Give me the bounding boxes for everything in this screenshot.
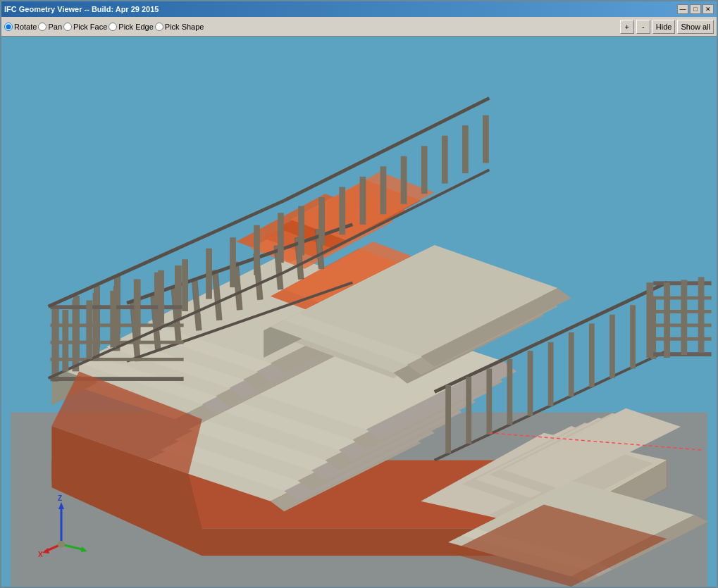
zoom-in-button[interactable]: + bbox=[620, 20, 634, 34]
close-button[interactable]: ✕ bbox=[702, 4, 714, 14]
toolbar-right: + - Hide Show all bbox=[620, 20, 714, 34]
pick-edge-label: Pick Edge bbox=[118, 23, 154, 31]
svg-marker-152 bbox=[81, 546, 87, 552]
toolbar: Rotate Pan Pick Face Pick Edge Pick Shap… bbox=[1, 17, 717, 37]
svg-marker-146 bbox=[58, 502, 64, 509]
pick-face-radio-label[interactable]: Pick Face bbox=[63, 23, 107, 31]
minimize-button[interactable]: — bbox=[677, 4, 688, 14]
window-controls: — □ ✕ bbox=[677, 4, 714, 14]
svg-point-153 bbox=[58, 541, 65, 548]
svg-rect-117 bbox=[646, 282, 653, 358]
axis-indicator: Z X bbox=[37, 495, 100, 558]
svg-marker-149 bbox=[42, 548, 49, 553]
svg-rect-78 bbox=[50, 358, 183, 361]
pick-face-radio[interactable] bbox=[63, 23, 72, 31]
pan-label: Pan bbox=[48, 23, 62, 31]
svg-rect-74 bbox=[175, 265, 182, 320]
svg-text:X: X bbox=[38, 551, 43, 558]
pick-shape-radio-label[interactable]: Pick Shape bbox=[155, 23, 204, 31]
rotate-radio[interactable] bbox=[4, 23, 13, 31]
hide-button[interactable]: Hide bbox=[652, 20, 676, 34]
pan-radio-label[interactable]: Pan bbox=[38, 23, 62, 31]
zoom-out-button[interactable]: - bbox=[636, 20, 650, 34]
pick-edge-radio[interactable] bbox=[109, 23, 117, 31]
svg-rect-77 bbox=[50, 341, 183, 344]
svg-rect-79 bbox=[50, 377, 183, 381]
rotate-radio-label[interactable]: Rotate bbox=[4, 23, 37, 31]
pan-radio[interactable] bbox=[38, 23, 47, 31]
show-all-button[interactable]: Show all bbox=[677, 20, 714, 34]
title-bar-text: IFC Geometry Viewer -- Build: Apr 29 201… bbox=[4, 5, 677, 13]
title-bar: IFC Geometry Viewer -- Build: Apr 29 201… bbox=[1, 1, 717, 17]
svg-text:Z: Z bbox=[58, 495, 62, 502]
viewport[interactable]: Z X bbox=[1, 37, 717, 587]
pick-face-label: Pick Face bbox=[73, 23, 107, 31]
pick-edge-radio-label[interactable]: Pick Edge bbox=[109, 23, 154, 31]
rotate-label: Rotate bbox=[14, 23, 37, 31]
scene-svg bbox=[1, 37, 717, 587]
svg-line-151 bbox=[61, 544, 85, 550]
mode-radio-group: Rotate Pan Pick Face Pick Edge Pick Shap… bbox=[4, 23, 204, 31]
restore-button[interactable]: □ bbox=[690, 4, 701, 14]
pick-shape-radio[interactable] bbox=[155, 23, 163, 31]
app-window: IFC Geometry Viewer -- Build: Apr 29 201… bbox=[0, 0, 718, 588]
pick-shape-label: Pick Shape bbox=[165, 23, 204, 31]
